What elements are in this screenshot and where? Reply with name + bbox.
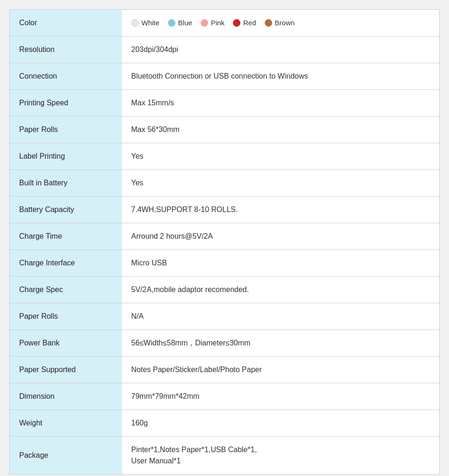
row-label: Battery Capacity [10, 197, 122, 223]
row-value: N/A [122, 303, 440, 330]
color-dot [168, 19, 175, 27]
color-dot [233, 19, 240, 27]
table-row: Weight160g [10, 410, 440, 437]
color-dot [201, 19, 208, 27]
row-label: Charge Time [10, 223, 122, 250]
table-row: Resolution203dpi/304dpi [10, 37, 440, 63]
table-row: Label PrintingYes [10, 143, 440, 170]
table-row: Charge TimeArround 2 hours@5V/2A [10, 223, 440, 250]
table-row: Charge Spec5V/2A,mobile adaptor recomend… [10, 277, 440, 303]
row-value: 7.4WH,SUPPORT 8-10 ROLLS. [122, 197, 440, 223]
row-value: Notes Paper/Sticker/Label/Photo Paper [122, 357, 440, 383]
row-label: Weight [10, 410, 122, 437]
row-label: Color [10, 10, 122, 37]
row-label: Connection [10, 63, 122, 90]
table-row: ConnectionBluetooth Connection or USB co… [10, 63, 440, 90]
row-value: Pinter*1,Notes Paper*1,USB Cable*1,User … [122, 437, 440, 475]
row-value: Micro USB [122, 250, 440, 277]
table-row: Printing SpeedMax 15mm/s [10, 90, 440, 117]
row-value: 5V/2A,mobile adaptor recomended. [122, 277, 440, 303]
row-label: Dimension [10, 383, 122, 410]
row-value: 56≤Width≤58mm，Diameter≤30mm [122, 330, 440, 357]
color-item: Brown [265, 18, 295, 29]
row-label: Paper Supported [10, 357, 122, 383]
row-value: WhiteBluePinkRedBrown [122, 10, 440, 37]
color-item: Red [233, 18, 256, 29]
row-value: 79mm*79mm*42mm [122, 383, 440, 410]
row-value: Yes [122, 170, 440, 197]
table-row: Dimension79mm*79mm*42mm [10, 383, 440, 410]
row-label: Charge Spec [10, 277, 122, 303]
table-row: ColorWhiteBluePinkRedBrown [10, 10, 440, 37]
color-label: White [142, 18, 159, 29]
table-row: Battery Capacity7.4WH,SUPPORT 8-10 ROLLS… [10, 197, 440, 223]
table-row: Charge InterfaceMicro USB [10, 250, 440, 277]
table-row: Paper RollsMax 56*30mm [10, 117, 440, 143]
row-value: Yes [122, 143, 440, 170]
table-row: Paper RollsN/A [10, 303, 440, 330]
color-item: White [131, 18, 159, 29]
row-value: Max 15mm/s [122, 90, 440, 117]
row-label: Paper Rolls [10, 303, 122, 330]
row-label: Paper Rolls [10, 117, 122, 143]
row-value: Arround 2 hours@5V/2A [122, 223, 440, 250]
color-label: Pink [211, 18, 224, 29]
color-options: WhiteBluePinkRedBrown [131, 18, 430, 29]
color-label: Blue [178, 18, 192, 29]
table-row: Power Bank56≤Width≤58mm，Diameter≤30mm [10, 330, 440, 357]
color-dot [265, 19, 272, 27]
row-value: Max 56*30mm [122, 117, 440, 143]
color-item: Blue [168, 18, 192, 29]
color-label: Brown [275, 18, 295, 29]
table-row: Built in BatteryYes [10, 170, 440, 197]
row-label: Printing Speed [10, 90, 122, 117]
color-dot [131, 19, 139, 27]
row-label: Charge Interface [10, 250, 122, 277]
spec-table: ColorWhiteBluePinkRedBrownResolution203d… [9, 9, 440, 475]
row-label: Resolution [10, 37, 122, 63]
row-value: 203dpi/304dpi [122, 37, 440, 63]
table-row: Paper SupportedNotes Paper/Sticker/Label… [10, 357, 440, 383]
row-label: Label Printing [10, 143, 122, 170]
row-label: Package [10, 437, 122, 475]
row-value: Bluetooth Connection or USB connection t… [122, 63, 440, 90]
table-row: PackagePinter*1,Notes Paper*1,USB Cable*… [10, 437, 440, 475]
row-label: Power Bank [10, 330, 122, 357]
row-value: 160g [122, 410, 440, 437]
row-label: Built in Battery [10, 170, 122, 197]
color-label: Red [243, 18, 256, 29]
color-item: Pink [201, 18, 224, 29]
